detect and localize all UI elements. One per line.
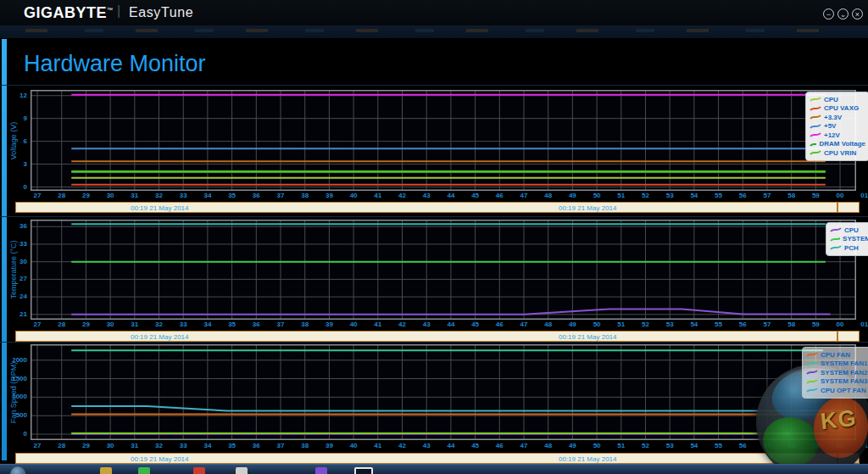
x-tick-label: 38 bbox=[301, 442, 309, 449]
x-tick-label: 35 bbox=[228, 192, 236, 199]
temperature-legend: CPUSYSTEMPCH bbox=[826, 222, 868, 256]
x-tick-label: 46 bbox=[496, 442, 504, 449]
x-tick-label: 36 bbox=[253, 321, 260, 328]
y-tick-label: 21 bbox=[5, 310, 27, 318]
x-tick-label: 53 bbox=[666, 442, 674, 449]
taskbar-active-window-icon[interactable] bbox=[354, 467, 373, 474]
voltage-time-scrollbar[interactable]: 00:19 21 May 2014 00:19 21 May 2014 bbox=[15, 202, 860, 213]
scrollbar-thumb-edge[interactable] bbox=[837, 332, 838, 341]
fan-speed-legend: CPU FANSYSTEM FAN1SYSTEM FAN2SYSTEM FAN3… bbox=[802, 347, 868, 399]
x-tick-label: 32 bbox=[155, 192, 163, 199]
legend-item: +5V bbox=[810, 122, 865, 131]
legend-item: SYSTEM FAN2 bbox=[806, 368, 868, 377]
legend-line-swatch bbox=[810, 131, 821, 138]
legend-item: SYSTEM FAN1 bbox=[806, 360, 868, 369]
x-tick-label: 53 bbox=[666, 192, 674, 199]
legend-item: CPU bbox=[810, 95, 865, 104]
legend-label: +12V bbox=[824, 131, 840, 139]
x-tick-label: 31 bbox=[131, 442, 138, 449]
legend-label: DRAM Voltage bbox=[819, 140, 865, 148]
legend-line-swatch bbox=[830, 226, 842, 233]
start-orb-icon[interactable] bbox=[10, 466, 25, 474]
timestamp: 00:19 21 May 2014 bbox=[559, 204, 617, 212]
x-tick-label: 52 bbox=[642, 321, 649, 328]
legend-line-swatch bbox=[806, 360, 818, 367]
legend-item: +12V bbox=[810, 131, 865, 140]
collapse-button[interactable]: ⌄ bbox=[837, 8, 849, 20]
x-tick-label: 00 bbox=[837, 321, 844, 328]
x-tick-label: 44 bbox=[447, 442, 454, 449]
legend-item: CPU FAN bbox=[806, 350, 868, 360]
x-tick-label: 42 bbox=[398, 192, 406, 199]
legend-label: CPU FAN bbox=[821, 351, 850, 359]
windows-taskbar[interactable] bbox=[0, 464, 868, 474]
x-tick-label: 50 bbox=[593, 442, 601, 449]
x-tick-label: 50 bbox=[593, 321, 601, 328]
brand-separator: | bbox=[117, 3, 120, 19]
watermark-kg-text: KG bbox=[819, 405, 858, 435]
legend-item: SYSTEM bbox=[830, 235, 868, 244]
legend-line-swatch bbox=[830, 236, 840, 243]
fan-speed-plot bbox=[31, 344, 856, 440]
x-tick-label: 41 bbox=[374, 442, 381, 449]
legend-line-swatch bbox=[810, 105, 821, 112]
taskbar-icon[interactable] bbox=[315, 467, 327, 474]
taskbar-icon[interactable] bbox=[236, 467, 248, 474]
x-tick-label: 56 bbox=[739, 321, 747, 328]
x-tick-label: 44 bbox=[447, 321, 454, 328]
x-tick-label: 58 bbox=[787, 192, 795, 199]
minimize-button[interactable]: − bbox=[823, 8, 834, 20]
x-tick-label: 51 bbox=[617, 321, 625, 328]
easytune-window: GIGABYTE™ | EasyTune − ⌄ × Hardware Moni… bbox=[0, 0, 868, 474]
close-button[interactable]: × bbox=[852, 8, 863, 20]
timestamp: 00:19 21 May 2014 bbox=[131, 333, 189, 341]
timestamp: 00:19 21 May 2014 bbox=[131, 204, 189, 212]
legend-label: +5V bbox=[824, 122, 836, 130]
legend-item: SYSTEM FAN3 bbox=[806, 377, 868, 387]
x-tick-label: 33 bbox=[180, 321, 187, 328]
taskbar-icon[interactable] bbox=[100, 467, 112, 474]
legend-line-swatch bbox=[810, 149, 821, 156]
x-tick-label: 48 bbox=[544, 192, 552, 199]
x-tick-label: 46 bbox=[496, 321, 504, 328]
legend-item: CPU OPT FAN bbox=[806, 386, 868, 395]
voltage-legend: CPUCPU VAXG+3.3V+5V+12VDRAM VoltageCPU V… bbox=[805, 92, 868, 161]
section-separator bbox=[0, 85, 868, 86]
x-tick-label: 46 bbox=[496, 192, 504, 199]
x-tick-label: 28 bbox=[58, 192, 65, 199]
taskbar-icon[interactable] bbox=[193, 467, 205, 474]
legend-item: CPU VRIN bbox=[810, 148, 865, 158]
legend-line-swatch bbox=[810, 114, 821, 120]
x-tick-label: 44 bbox=[447, 192, 454, 199]
x-tick-label: 57 bbox=[764, 192, 771, 199]
temperature-time-scrollbar[interactable]: 00:19 21 May 2014 00:19 21 May 2014 bbox=[15, 331, 860, 342]
scrollbar-thumb-edge[interactable] bbox=[837, 203, 838, 212]
legend-item: DRAM Voltage bbox=[810, 140, 865, 149]
x-tick-label: 00 bbox=[837, 192, 844, 199]
x-tick-label: 43 bbox=[423, 321, 431, 328]
x-tick-label: 27 bbox=[34, 321, 42, 328]
legend-label: CPU bbox=[844, 226, 859, 234]
x-tick-label: 33 bbox=[180, 192, 187, 199]
x-tick-label: 49 bbox=[569, 192, 576, 199]
legend-line-swatch bbox=[806, 378, 818, 385]
voltage-plot bbox=[31, 90, 856, 191]
y-tick-label: 0 bbox=[5, 430, 27, 438]
x-tick-label: 37 bbox=[277, 442, 285, 449]
legend-line-swatch bbox=[806, 369, 818, 376]
taskbar-icon[interactable] bbox=[138, 467, 150, 474]
x-tick-label: 41 bbox=[374, 321, 381, 328]
nav-bar[interactable] bbox=[0, 25, 868, 38]
fan-time-scrollbar[interactable]: 00:19 21 May 2014 00:19 21 May 2014 bbox=[15, 453, 860, 464]
x-tick-label: 52 bbox=[642, 192, 649, 199]
page-title: Hardware Monitor bbox=[24, 51, 206, 77]
x-tick-label: 55 bbox=[715, 321, 722, 328]
x-tick-label: 59 bbox=[812, 321, 820, 328]
x-tick-label: 41 bbox=[374, 192, 381, 199]
legend-label: CPU VRIN bbox=[824, 149, 856, 157]
legend-line-swatch bbox=[810, 96, 821, 103]
x-tick-label: 58 bbox=[787, 321, 795, 328]
x-tick-label: 31 bbox=[131, 321, 138, 328]
x-tick-label: 01 bbox=[860, 192, 868, 199]
legend-item: CPU bbox=[830, 226, 868, 235]
